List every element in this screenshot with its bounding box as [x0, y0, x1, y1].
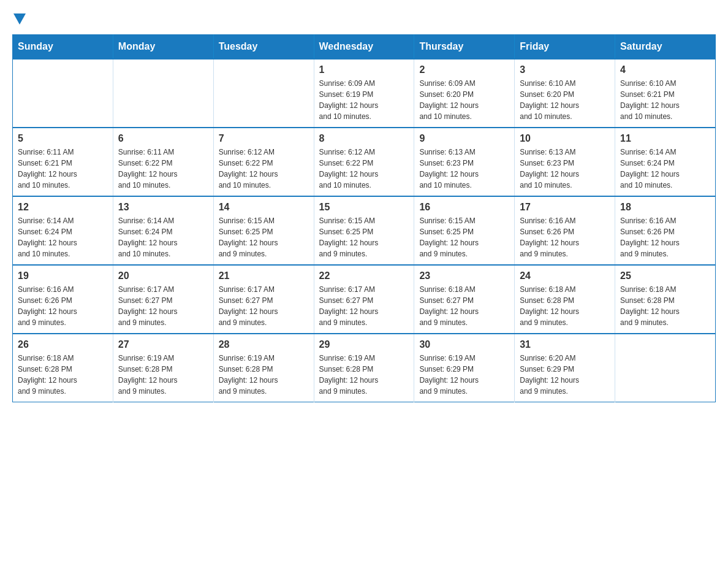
day-info: Sunrise: 6:15 AMSunset: 6:25 PMDaylight:… — [219, 215, 309, 259]
day-info: Sunrise: 6:09 AMSunset: 6:20 PMDaylight:… — [419, 78, 509, 122]
week-row-1: 1Sunrise: 6:09 AMSunset: 6:19 PMDaylight… — [13, 59, 716, 128]
day-number: 16 — [419, 202, 509, 213]
calendar-cell: 30Sunrise: 6:19 AMSunset: 6:29 PMDayligh… — [414, 334, 515, 402]
day-info: Sunrise: 6:19 AMSunset: 6:28 PMDaylight:… — [319, 353, 409, 397]
day-header-saturday: Saturday — [615, 35, 716, 59]
day-number: 3 — [520, 64, 610, 75]
calendar-cell: 28Sunrise: 6:19 AMSunset: 6:28 PMDayligh… — [213, 334, 314, 402]
svg-marker-0 — [13, 13, 26, 25]
day-number: 24 — [520, 270, 610, 282]
week-row-3: 12Sunrise: 6:14 AMSunset: 6:24 PMDayligh… — [13, 196, 716, 265]
calendar-cell: 8Sunrise: 6:12 AMSunset: 6:22 PMDaylight… — [314, 128, 414, 196]
calendar-cell: 6Sunrise: 6:11 AMSunset: 6:22 PMDaylight… — [113, 128, 213, 196]
calendar-cell: 12Sunrise: 6:14 AMSunset: 6:24 PMDayligh… — [13, 196, 113, 265]
calendar-cell: 4Sunrise: 6:10 AMSunset: 6:21 PMDaylight… — [615, 59, 716, 128]
day-info: Sunrise: 6:10 AMSunset: 6:21 PMDaylight:… — [620, 78, 710, 122]
calendar-cell: 29Sunrise: 6:19 AMSunset: 6:28 PMDayligh… — [314, 334, 414, 402]
day-number: 15 — [319, 202, 409, 213]
day-info: Sunrise: 6:15 AMSunset: 6:25 PMDaylight:… — [319, 215, 409, 259]
day-number: 5 — [18, 133, 108, 144]
calendar-cell: 1Sunrise: 6:09 AMSunset: 6:19 PMDaylight… — [314, 59, 414, 128]
day-info: Sunrise: 6:15 AMSunset: 6:25 PMDaylight:… — [419, 215, 509, 259]
calendar-cell: 17Sunrise: 6:16 AMSunset: 6:26 PMDayligh… — [515, 196, 615, 265]
calendar-cell: 31Sunrise: 6:20 AMSunset: 6:29 PMDayligh… — [515, 334, 615, 402]
day-info: Sunrise: 6:12 AMSunset: 6:22 PMDaylight:… — [219, 147, 309, 191]
day-info: Sunrise: 6:18 AMSunset: 6:28 PMDaylight:… — [18, 353, 108, 397]
day-info: Sunrise: 6:17 AMSunset: 6:27 PMDaylight:… — [118, 284, 208, 328]
day-number: 30 — [419, 339, 509, 350]
day-header-monday: Monday — [113, 35, 213, 59]
day-number: 26 — [18, 339, 108, 350]
day-info: Sunrise: 6:11 AMSunset: 6:22 PMDaylight:… — [118, 147, 208, 191]
day-info: Sunrise: 6:18 AMSunset: 6:28 PMDaylight:… — [520, 284, 610, 328]
calendar-cell: 22Sunrise: 6:17 AMSunset: 6:27 PMDayligh… — [314, 265, 414, 334]
calendar-cell — [213, 59, 314, 128]
calendar-cell: 19Sunrise: 6:16 AMSunset: 6:26 PMDayligh… — [13, 265, 113, 334]
day-info: Sunrise: 6:19 AMSunset: 6:28 PMDaylight:… — [118, 353, 208, 397]
day-info: Sunrise: 6:11 AMSunset: 6:21 PMDaylight:… — [18, 147, 108, 191]
day-info: Sunrise: 6:09 AMSunset: 6:19 PMDaylight:… — [319, 78, 409, 122]
calendar-cell: 14Sunrise: 6:15 AMSunset: 6:25 PMDayligh… — [213, 196, 314, 265]
day-info: Sunrise: 6:18 AMSunset: 6:27 PMDaylight:… — [419, 284, 509, 328]
day-info: Sunrise: 6:16 AMSunset: 6:26 PMDaylight:… — [520, 215, 610, 259]
day-number: 21 — [219, 270, 309, 282]
day-number: 25 — [620, 270, 710, 282]
day-number: 31 — [520, 339, 610, 350]
day-info: Sunrise: 6:16 AMSunset: 6:26 PMDaylight:… — [620, 215, 710, 259]
day-info: Sunrise: 6:17 AMSunset: 6:27 PMDaylight:… — [219, 284, 309, 328]
day-number: 22 — [319, 270, 409, 282]
calendar-cell: 23Sunrise: 6:18 AMSunset: 6:27 PMDayligh… — [414, 265, 515, 334]
calendar-cell: 16Sunrise: 6:15 AMSunset: 6:25 PMDayligh… — [414, 196, 515, 265]
day-number: 19 — [18, 270, 108, 282]
calendar-table: SundayMondayTuesdayWednesdayThursdayFrid… — [12, 34, 716, 402]
week-row-2: 5Sunrise: 6:11 AMSunset: 6:21 PMDaylight… — [13, 128, 716, 196]
calendar-cell: 13Sunrise: 6:14 AMSunset: 6:24 PMDayligh… — [113, 196, 213, 265]
day-number: 7 — [219, 133, 309, 144]
day-header-thursday: Thursday — [414, 35, 515, 59]
day-info: Sunrise: 6:12 AMSunset: 6:22 PMDaylight:… — [319, 147, 409, 191]
day-header-friday: Friday — [515, 35, 615, 59]
calendar-cell: 21Sunrise: 6:17 AMSunset: 6:27 PMDayligh… — [213, 265, 314, 334]
day-info: Sunrise: 6:19 AMSunset: 6:29 PMDaylight:… — [419, 353, 509, 397]
day-number: 9 — [419, 133, 509, 144]
day-info: Sunrise: 6:19 AMSunset: 6:28 PMDaylight:… — [219, 353, 309, 397]
day-info: Sunrise: 6:14 AMSunset: 6:24 PMDaylight:… — [118, 215, 208, 259]
day-number: 20 — [118, 270, 208, 282]
calendar-cell: 18Sunrise: 6:16 AMSunset: 6:26 PMDayligh… — [615, 196, 716, 265]
day-number: 1 — [319, 64, 409, 75]
calendar-cell: 9Sunrise: 6:13 AMSunset: 6:23 PMDaylight… — [414, 128, 515, 196]
calendar-cell: 11Sunrise: 6:14 AMSunset: 6:24 PMDayligh… — [615, 128, 716, 196]
day-number: 8 — [319, 133, 409, 144]
calendar-cell — [615, 334, 716, 402]
calendar-cell: 10Sunrise: 6:13 AMSunset: 6:23 PMDayligh… — [515, 128, 615, 196]
calendar-cell — [113, 59, 213, 128]
day-number: 27 — [118, 339, 208, 350]
day-number: 4 — [620, 64, 710, 75]
calendar-cell: 15Sunrise: 6:15 AMSunset: 6:25 PMDayligh… — [314, 196, 414, 265]
day-info: Sunrise: 6:14 AMSunset: 6:24 PMDaylight:… — [18, 215, 108, 259]
day-info: Sunrise: 6:10 AMSunset: 6:20 PMDaylight:… — [520, 78, 610, 122]
calendar-cell: 3Sunrise: 6:10 AMSunset: 6:20 PMDaylight… — [515, 59, 615, 128]
day-number: 6 — [118, 133, 208, 144]
day-number: 23 — [419, 270, 509, 282]
calendar-cell: 24Sunrise: 6:18 AMSunset: 6:28 PMDayligh… — [515, 265, 615, 334]
calendar-cell: 2Sunrise: 6:09 AMSunset: 6:20 PMDaylight… — [414, 59, 515, 128]
day-info: Sunrise: 6:13 AMSunset: 6:23 PMDaylight:… — [520, 147, 610, 191]
day-info: Sunrise: 6:14 AMSunset: 6:24 PMDaylight:… — [620, 147, 710, 191]
calendar-cell — [13, 59, 113, 128]
day-info: Sunrise: 6:20 AMSunset: 6:29 PMDaylight:… — [520, 353, 610, 397]
day-header-sunday: Sunday — [13, 35, 113, 59]
day-number: 14 — [219, 202, 309, 213]
week-row-4: 19Sunrise: 6:16 AMSunset: 6:26 PMDayligh… — [13, 265, 716, 334]
day-info: Sunrise: 6:13 AMSunset: 6:23 PMDaylight:… — [419, 147, 509, 191]
day-number: 28 — [219, 339, 309, 350]
day-number: 10 — [520, 133, 610, 144]
page-header — [12, 12, 716, 22]
calendar-header-row: SundayMondayTuesdayWednesdayThursdayFrid… — [13, 35, 716, 59]
calendar-cell: 26Sunrise: 6:18 AMSunset: 6:28 PMDayligh… — [13, 334, 113, 402]
day-number: 18 — [620, 202, 710, 213]
day-number: 2 — [419, 64, 509, 75]
day-number: 17 — [520, 202, 610, 213]
day-number: 13 — [118, 202, 208, 213]
calendar-cell: 27Sunrise: 6:19 AMSunset: 6:28 PMDayligh… — [113, 334, 213, 402]
